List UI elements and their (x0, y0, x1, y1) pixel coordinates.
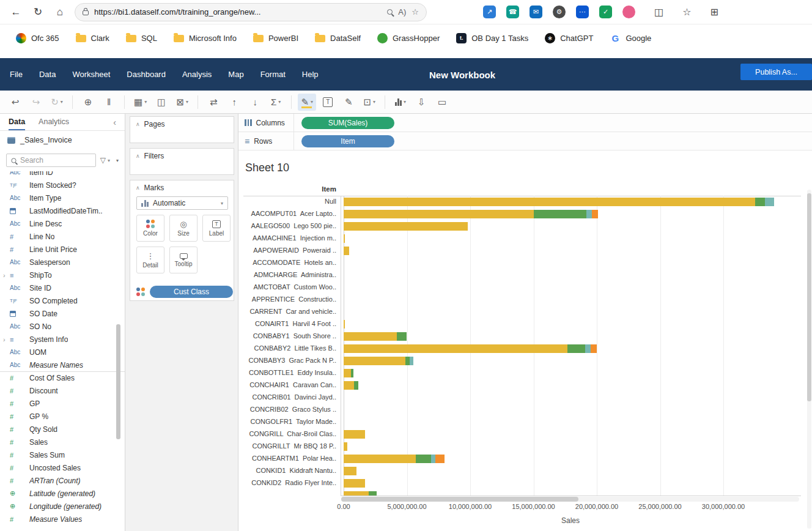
bar-segment[interactable] (435, 455, 444, 463)
bar-segment[interactable] (416, 455, 431, 463)
bar-segment[interactable] (755, 198, 766, 206)
field-item-stocked-[interactable]: T|FItem Stocked? (0, 179, 125, 191)
bar-segment[interactable] (344, 430, 365, 439)
field-sales[interactable]: #Sales (0, 436, 125, 448)
extension-gear-icon[interactable]: ⚙ (553, 6, 566, 18)
row-label[interactable]: CONBABY1 South Shore .. (238, 332, 336, 340)
favorite-star-icon[interactable]: ☆ (412, 7, 419, 17)
highlight-icon[interactable]: ✎▾ (298, 94, 316, 111)
row-label[interactable]: AAPOWERAID Poweraid .. (238, 247, 336, 254)
sum-sales-pill[interactable]: SUM(Sales) (301, 117, 394, 129)
row-label[interactable]: CONBOTTLE1 Eddy Insula.. (238, 369, 336, 376)
bar-segment[interactable] (344, 332, 397, 341)
bar-segment[interactable] (344, 210, 534, 218)
bar-segment[interactable] (344, 357, 405, 365)
bar-segment[interactable] (344, 442, 347, 451)
menu-data[interactable]: Data (39, 70, 56, 79)
bar-segment[interactable] (344, 344, 567, 353)
totals-icon[interactable]: Σ▾ (267, 94, 285, 111)
field-line-desc[interactable]: AbcLine Desc (0, 217, 125, 230)
swap-rows-and-columns-icon[interactable]: ⇄ (204, 94, 223, 111)
tab-analytics[interactable]: Analytics (39, 114, 69, 130)
bar-segment[interactable] (586, 210, 591, 218)
field-sales-sum[interactable]: #Sales Sum (0, 448, 125, 461)
field-discount[interactable]: #Discount (0, 384, 125, 397)
field-uom[interactable]: AbcUOM (0, 346, 125, 358)
bar-segment[interactable] (369, 491, 376, 496)
bar-segment[interactable] (344, 479, 365, 488)
mark-type-dropdown[interactable]: Automatic ▾ (136, 196, 228, 210)
extension-checkmark-icon[interactable]: ✓ (599, 6, 612, 18)
collapse-pane-icon[interactable]: ‹ (113, 114, 116, 130)
collections-icon[interactable]: ☆ (682, 6, 691, 18)
row-label[interactable]: CARRENT Car and vehicle.. (238, 308, 336, 315)
bar-segment[interactable] (344, 491, 369, 496)
show-mark-labels-icon[interactable]: T (319, 94, 337, 111)
duplicate-sheet-icon[interactable]: ◫ (152, 94, 171, 111)
bookmark-ob-day-1-tasks[interactable]: t.OB Day 1 Tasks (456, 33, 528, 43)
bar-segment[interactable] (410, 357, 413, 365)
extension-phone-icon[interactable]: ☎ (506, 6, 519, 18)
new-data-source-icon[interactable]: ⊕ (79, 94, 97, 111)
download-icon[interactable]: ⇩ (412, 94, 430, 111)
row-label[interactable]: CONKID1 Kiddraft Nantu.. (238, 467, 336, 474)
field-so-completed[interactable]: T|FSO Completed (0, 294, 125, 307)
row-label[interactable]: CONKID2 Radio Flyer Inte.. (238, 479, 336, 486)
bar-segment[interactable] (592, 210, 598, 218)
filter-fields-icon[interactable]: ▽▾ (100, 156, 110, 165)
row-label[interactable]: APPRENTICE Constructio.. (238, 295, 336, 303)
field-shipto[interactable]: ›≡ShipTo (0, 269, 125, 281)
field-qty-sold[interactable]: #Qty Sold (0, 423, 125, 436)
scrollbar-thumb[interactable] (341, 497, 578, 502)
extension-more-tile-icon[interactable]: ⋯ (576, 6, 589, 18)
menu-help[interactable]: Help (302, 70, 319, 79)
expander-icon[interactable]: › (3, 336, 6, 343)
read-aloud-icon[interactable]: A) (398, 7, 406, 17)
row-label[interactable]: CONCRIB02 Graco Stylus .. (238, 406, 336, 413)
url-text[interactable]: https://bi1.dataself.com/t/training_oran… (94, 7, 382, 17)
field-gp[interactable]: #GP (0, 397, 125, 410)
row-label[interactable]: AAMACHINE1 Injection m.. (238, 234, 336, 242)
row-label[interactable]: CONGOLFR1 Taylor Made.. (238, 418, 336, 425)
field-latitude-generated-[interactable]: ⊕Latitude (generated) (0, 487, 125, 500)
horizontal-scrollbar[interactable] (341, 497, 799, 502)
row-label[interactable]: CONBABY2 Little Tikes B.. (238, 344, 336, 352)
row-label[interactable]: CONCHAIR1 Caravan Can.. (238, 381, 336, 388)
publish-button[interactable]: Publish As... (740, 64, 812, 80)
split-screen-icon[interactable]: ◫ (654, 6, 663, 18)
bar-segment[interactable] (344, 198, 755, 206)
extension-outlook-icon[interactable]: ✉ (530, 6, 542, 18)
field-measure-values[interactable]: #Measure Values (0, 513, 125, 525)
field-salesperson[interactable]: AbcSalesperson (0, 256, 125, 269)
row-label[interactable]: AMCTOBAT Custom Woo.. (238, 283, 336, 291)
collapse-icon[interactable]: ∧ (136, 153, 140, 159)
bookmark-google[interactable]: GGoogle (610, 32, 651, 43)
sort-ascending-icon[interactable]: ↑ (225, 94, 243, 111)
vertical-scrollbar[interactable] (807, 190, 811, 529)
bookmark-chatgpt[interactable]: ∗ChatGPT (545, 33, 593, 43)
field-measure-names[interactable]: AbcMeasure Names (0, 358, 125, 371)
bar-segment[interactable] (591, 344, 597, 353)
bar-segment[interactable] (351, 369, 353, 377)
bar-segment[interactable] (344, 381, 354, 390)
bar-segment[interactable] (397, 332, 407, 341)
row-label[interactable]: CONBABY3 Grac Pack N P.. (238, 357, 336, 364)
field-cost-of-sales[interactable]: #Cost Of Sales (0, 371, 125, 384)
bar-segment[interactable] (344, 234, 345, 243)
rows-shelf[interactable]: ≡ Rows Item (238, 132, 812, 150)
bookmark-sql[interactable]: SQL (126, 34, 157, 43)
back-button[interactable]: ← (5, 2, 27, 22)
bar-segment[interactable] (344, 369, 351, 377)
redo-icon[interactable]: ↪ (27, 94, 45, 111)
fit-icon[interactable]: ⊡▾ (360, 94, 378, 111)
field-site-id[interactable]: AbcSite ID (0, 281, 125, 294)
bar-segment[interactable] (344, 247, 349, 255)
menu-map[interactable]: Map (228, 70, 243, 79)
view-options-icon[interactable]: ▾ (116, 158, 119, 163)
bar-segment[interactable] (431, 455, 435, 463)
bar-segment[interactable] (344, 320, 345, 329)
bar-segment[interactable] (585, 344, 590, 353)
bookmark-grasshopper[interactable]: GrassHopper (377, 33, 440, 43)
refresh-button[interactable]: ↻ (27, 2, 49, 22)
tab-data[interactable]: Data (9, 114, 25, 130)
